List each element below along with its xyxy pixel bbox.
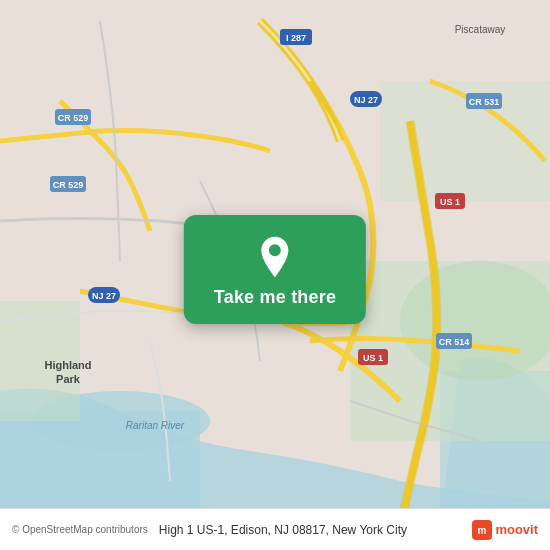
location-pin-icon (253, 235, 297, 279)
svg-text:CR 529: CR 529 (58, 113, 89, 123)
button-overlay: Take me there (184, 215, 366, 324)
svg-point-31 (269, 244, 281, 256)
svg-text:US 1: US 1 (440, 197, 460, 207)
svg-text:Piscataway: Piscataway (455, 24, 506, 35)
svg-text:Raritan River: Raritan River (126, 420, 185, 431)
svg-text:NJ 27: NJ 27 (354, 95, 378, 105)
svg-text:NJ 27: NJ 27 (92, 291, 116, 301)
svg-text:m: m (478, 525, 487, 536)
svg-text:Park: Park (56, 373, 81, 385)
bottom-bar: © OpenStreetMap contributors High 1 US-1… (0, 508, 550, 550)
moovit-logo-icon: m (472, 520, 492, 540)
svg-text:CR 529: CR 529 (53, 180, 84, 190)
address-text: High 1 US-1, Edison, NJ 08817, New York … (159, 523, 407, 537)
svg-text:CR 514: CR 514 (439, 337, 470, 347)
svg-text:Highland: Highland (44, 359, 91, 371)
moovit-brand-text: moovit (495, 522, 538, 537)
bottom-info: © OpenStreetMap contributors High 1 US-1… (12, 523, 407, 537)
svg-text:US 1: US 1 (363, 353, 383, 363)
map-container: I 287 NJ 27 CR 529 CR 529 CR 531 US 1 NJ… (0, 0, 550, 550)
copyright-text: © OpenStreetMap contributors (12, 524, 148, 535)
take-me-there-button[interactable]: Take me there (214, 287, 336, 308)
moovit-logo: m moovit (472, 520, 538, 540)
svg-text:I 287: I 287 (286, 33, 306, 43)
svg-text:CR 531: CR 531 (469, 97, 500, 107)
green-card: Take me there (184, 215, 366, 324)
